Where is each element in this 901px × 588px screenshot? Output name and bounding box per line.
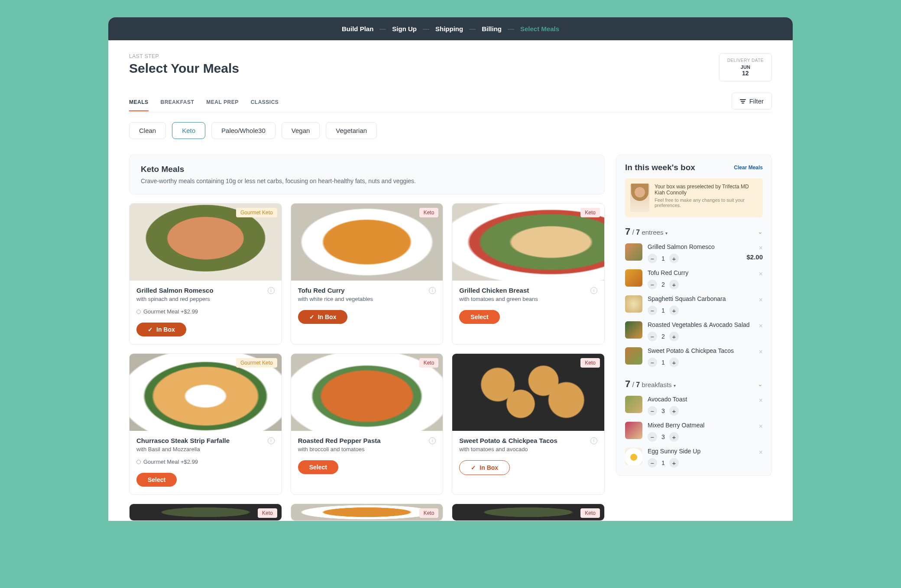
breakfasts-header[interactable]: 7 / 7 breakfasts ▾ ⌄ [625, 378, 763, 390]
item-name: Tofu Red Curry [648, 269, 763, 276]
separator: — [508, 25, 514, 32]
diet-pill[interactable]: Clean [129, 122, 166, 139]
filter-icon [740, 99, 746, 103]
remove-item-button[interactable]: × [759, 397, 763, 404]
check-icon: ✓ [309, 313, 314, 320]
qty-plus-button[interactable]: + [669, 358, 679, 367]
meal-badge: Gourmet Keto [236, 208, 277, 217]
qty-value: 1 [661, 307, 666, 314]
qty-plus-button[interactable]: + [669, 306, 679, 315]
item-name: Grilled Salmon Romesco [648, 243, 763, 250]
info-icon[interactable]: i [590, 287, 597, 294]
remove-item-button[interactable]: × [759, 270, 763, 278]
qty-plus-button[interactable]: + [669, 406, 679, 416]
qty-plus-button[interactable]: + [669, 332, 679, 341]
item-name: Roasted Vegetables & Avocado Salad [648, 321, 763, 328]
category-tab[interactable]: MEAL PREP [206, 94, 238, 111]
meal-card: Keto Roasted Red Pepper Pasta i with bro… [291, 353, 444, 495]
meal-title: Grilled Chicken Breast [459, 287, 529, 294]
qty-value: 2 [661, 333, 666, 340]
item-thumb [625, 321, 642, 339]
item-thumb [625, 448, 642, 465]
meal-card: Gourmet Keto Churrasco Steak Strip Farfa… [129, 353, 282, 495]
qty-plus-button[interactable]: + [669, 254, 679, 263]
qty-minus-button[interactable]: − [648, 332, 657, 341]
remove-item-button[interactable]: × [759, 296, 763, 304]
check-icon: ✓ [148, 326, 153, 333]
item-name: Mixed Berry Oatmeal [648, 422, 763, 429]
remove-item-button[interactable]: × [759, 449, 763, 456]
meal-subtitle: with tomatoes and green beans [459, 296, 597, 302]
meal-badge: Keto [419, 208, 439, 217]
remove-item-button[interactable]: × [759, 423, 763, 430]
meal-card: Gourmet Keto Grilled Salmon Romesco i wi… [129, 203, 282, 345]
remove-item-button[interactable]: × [759, 348, 763, 356]
chevron-down-icon[interactable]: ⌄ [758, 228, 763, 235]
chevron-down-icon[interactable]: ⌄ [758, 381, 763, 388]
qty-plus-button[interactable]: + [669, 280, 679, 289]
select-button[interactable]: Select [136, 473, 177, 487]
entrees-header[interactable]: 7 / 7 entrees ▾ ⌄ [625, 226, 763, 237]
category-tabs: MEALSBREAKFASTMEAL PREPCLASSICS [129, 94, 279, 111]
diet-pill[interactable]: Vegan [282, 122, 320, 139]
info-icon[interactable]: i [268, 287, 275, 294]
category-tab[interactable]: MEALS [129, 94, 149, 111]
delivery-date-card[interactable]: DELIVERY DATE JUN 12 [719, 53, 772, 81]
qty-minus-button[interactable]: − [648, 306, 657, 315]
box-item: Grilled Salmon Romesco − 1 + $2.00 × [625, 243, 763, 263]
meal-image: Keto [291, 354, 443, 431]
meal-title: Sweet Potato & Chickpea Tacos [459, 437, 557, 444]
progress-step[interactable]: Shipping [435, 25, 463, 32]
diet-pill[interactable]: Keto [172, 122, 205, 139]
box-item: Sweet Potato & Chickpea Tacos − 1 + × [625, 347, 763, 367]
item-thumb [625, 269, 642, 287]
filter-button[interactable]: Filter [732, 93, 772, 110]
info-icon[interactable]: i [429, 437, 436, 444]
in-box-button[interactable]: ✓In Box [459, 460, 510, 475]
progress-step[interactable]: Select Meals [520, 25, 559, 32]
select-button[interactable]: Select [459, 310, 499, 324]
clear-meals-link[interactable]: Clear Meals [734, 165, 763, 171]
box-item: Tofu Red Curry − 2 + × [625, 269, 763, 289]
meal-badge: Keto [419, 508, 439, 518]
category-tab[interactable]: CLASSICS [251, 94, 279, 111]
category-tab[interactable]: BREAKFAST [161, 94, 194, 111]
info-icon[interactable]: i [268, 437, 275, 444]
info-icon[interactable]: i [590, 437, 597, 444]
qty-value: 1 [661, 459, 666, 466]
section-header: Keto Meals Crave-worthy meals containing… [129, 155, 605, 194]
qty-minus-button[interactable]: − [648, 280, 657, 289]
meal-image: Keto [130, 504, 282, 520]
qty-minus-button[interactable]: − [648, 254, 657, 263]
meal-image: Keto [291, 204, 443, 281]
remove-item-button[interactable]: × [759, 244, 763, 252]
info-icon[interactable]: i [429, 287, 436, 294]
diet-pill[interactable]: Vegetarian [326, 122, 377, 139]
progress-step[interactable]: Billing [482, 25, 502, 32]
meal-image: Keto [452, 354, 604, 431]
meal-subtitle: with Basil and Mozzarella [136, 446, 275, 452]
progress-step[interactable]: Sign Up [392, 25, 417, 32]
preselect-banner: Your box was preselected by Trifecta MD … [625, 178, 763, 217]
meal-card: Keto Sweet Potato & Chickpea Tacos i wit… [452, 353, 605, 495]
qty-plus-button[interactable]: + [669, 432, 679, 442]
item-name: Egg Sunny Side Up [648, 448, 763, 455]
remove-item-button[interactable]: × [759, 322, 763, 330]
preselect-main: Your box was preselected by Trifecta MD … [655, 184, 758, 196]
qty-minus-button[interactable]: − [648, 406, 657, 416]
meal-badge: Keto [580, 208, 600, 217]
qty-minus-button[interactable]: − [648, 432, 657, 442]
select-button[interactable]: Select [298, 460, 338, 474]
qty-minus-button[interactable]: − [648, 458, 657, 468]
item-thumb [625, 295, 642, 313]
qty-value: 3 [661, 407, 666, 414]
gourmet-upcharge: Gourmet Meal +$2.99 [136, 308, 275, 315]
in-box-button[interactable]: ✓In Box [298, 310, 348, 324]
diet-pill[interactable]: Paleo/Whole30 [211, 122, 275, 139]
qty-plus-button[interactable]: + [669, 458, 679, 468]
in-box-button[interactable]: ✓In Box [136, 323, 186, 336]
qty-minus-button[interactable]: − [648, 358, 657, 367]
meal-image: Keto [291, 504, 443, 520]
item-name: Avocado Toast [648, 396, 763, 403]
progress-step[interactable]: Build Plan [342, 25, 373, 32]
